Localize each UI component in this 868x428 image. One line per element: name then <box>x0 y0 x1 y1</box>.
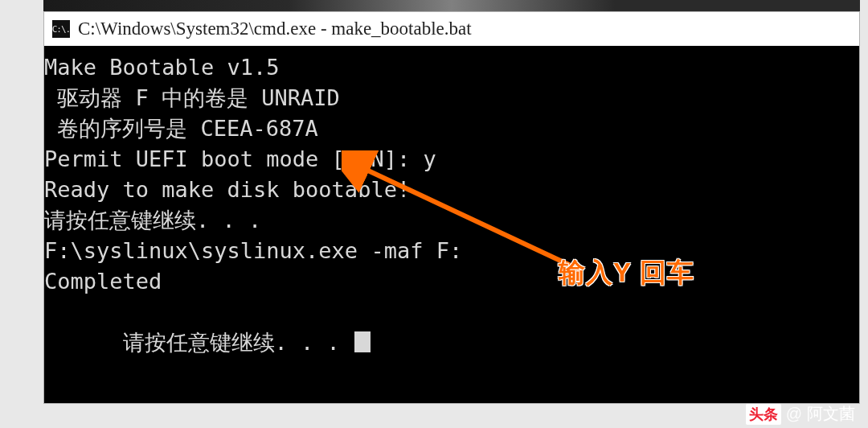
terminal-line: Make Bootable v1.5 <box>44 52 856 83</box>
terminal-line: 驱动器 F 中的卷是 UNRAID <box>44 83 856 113</box>
terminal-line: F:\syslinux\syslinux.exe -maf F: <box>44 236 856 266</box>
cursor-block <box>354 331 371 352</box>
watermark-author: 阿文菌 <box>807 403 855 425</box>
terminal-line: Completed <box>44 266 856 297</box>
cmd-window: C:\. C:\Windows\System32\cmd.exe - make_… <box>43 11 860 404</box>
terminal-viewport[interactable]: Make Bootable v1.5 驱动器 F 中的卷是 UNRAID 卷的序… <box>44 46 859 403</box>
window-title: C:\Windows\System32\cmd.exe - make_boota… <box>78 19 472 39</box>
cmd-icon: C:\. <box>52 20 70 38</box>
terminal-line: 请按任意键继续. . . <box>44 297 856 389</box>
watermark: 头条 @ 阿文菌 <box>746 403 855 425</box>
terminal-line: 卷的序列号是 CEEA-687A <box>44 113 856 144</box>
terminal-text: 请按任意键继续. . . <box>123 330 354 355</box>
background-photo-strip <box>43 0 860 11</box>
terminal-line: Permit UEFI boot mode [Y/N]: y <box>44 144 856 175</box>
terminal-line: Ready to make disk bootable! <box>44 175 856 205</box>
watermark-at: @ <box>786 405 802 423</box>
watermark-brand: 头条 <box>746 404 781 425</box>
terminal-line: 请按任意键继续. . . <box>44 205 856 236</box>
annotation-label: 输入Y 回车 <box>559 255 694 291</box>
title-bar[interactable]: C:\. C:\Windows\System32\cmd.exe - make_… <box>44 12 859 46</box>
